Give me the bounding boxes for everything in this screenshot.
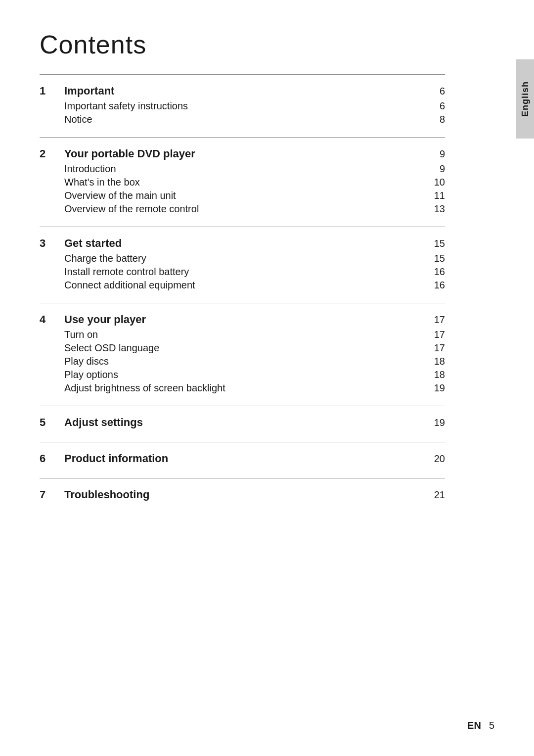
subsection-title-3-0: Charge the battery xyxy=(64,253,430,264)
subsection-title-4-0: Turn on xyxy=(64,329,430,340)
section-page-7: 21 xyxy=(430,489,445,501)
section-number-1: 1 xyxy=(40,85,64,97)
subsection-row-4-4: Adjust brightness of screen backlight19 xyxy=(40,382,445,394)
section-row-1: 1Important6 xyxy=(40,85,445,97)
subsection-page-4-4: 19 xyxy=(430,382,445,394)
section-title-2: Your portable DVD player xyxy=(64,147,430,160)
subsection-row-2-0: Introduction9 xyxy=(40,163,445,175)
section-title-4: Use your player xyxy=(64,313,430,326)
subsection-row-2-1: What's in the box10 xyxy=(40,177,445,188)
subsection-page-4-2: 18 xyxy=(430,356,445,367)
subsection-page-1-1: 8 xyxy=(430,114,445,125)
section-row-6: 6Product information20 xyxy=(40,452,445,465)
section-number-7: 7 xyxy=(40,488,64,501)
footer: EN 5 xyxy=(467,720,494,731)
subsection-row-1-1: Notice8 xyxy=(40,114,445,125)
subsection-title-1-0: Important safety instructions xyxy=(64,100,430,112)
toc-section-6: 6Product information20 xyxy=(40,442,445,478)
subsection-page-2-0: 9 xyxy=(430,163,445,175)
section-row-4: 4Use your player17 xyxy=(40,313,445,326)
section-number-2: 2 xyxy=(40,147,64,160)
subsection-page-1-0: 6 xyxy=(430,100,445,112)
subsection-row-2-3: Overview of the remote control13 xyxy=(40,203,445,215)
toc-section-2: 2Your portable DVD player9Introduction9W… xyxy=(40,137,445,227)
subsection-row-3-2: Connect additional equipment16 xyxy=(40,280,445,291)
subsection-page-3-1: 16 xyxy=(430,266,445,278)
section-page-4: 17 xyxy=(430,314,445,326)
subsection-title-4-3: Play options xyxy=(64,369,430,380)
toc-section-1: 1Important6Important safety instructions… xyxy=(40,74,445,137)
toc-section-7: 7Troubleshooting21 xyxy=(40,478,445,514)
subsection-title-2-1: What's in the box xyxy=(64,177,430,188)
subsection-page-2-2: 11 xyxy=(430,190,445,201)
subsection-title-2-0: Introduction xyxy=(64,163,430,175)
subsection-page-3-2: 16 xyxy=(430,280,445,291)
footer-lang: EN xyxy=(467,720,481,731)
subsection-title-1-1: Notice xyxy=(64,114,430,125)
toc-section-5: 5Adjust settings19 xyxy=(40,406,445,442)
section-number-5: 5 xyxy=(40,416,64,429)
section-page-6: 20 xyxy=(430,453,445,465)
subsection-page-4-1: 17 xyxy=(430,342,445,354)
subsection-title-2-2: Overview of the main unit xyxy=(64,190,430,201)
toc-section-3: 3Get started15Charge the battery15Instal… xyxy=(40,227,445,303)
section-number-6: 6 xyxy=(40,452,64,465)
main-content: Contents 1Important6Important safety ins… xyxy=(0,0,485,544)
subsection-row-4-0: Turn on17 xyxy=(40,329,445,340)
subsection-row-1-0: Important safety instructions6 xyxy=(40,100,445,112)
side-tab: English xyxy=(516,59,534,139)
section-page-3: 15 xyxy=(430,238,445,249)
page-title: Contents xyxy=(40,30,445,59)
section-title-1: Important xyxy=(64,85,430,97)
section-row-7: 7Troubleshooting21 xyxy=(40,488,445,501)
subsection-row-3-0: Charge the battery15 xyxy=(40,253,445,264)
section-number-4: 4 xyxy=(40,313,64,326)
subsection-page-3-0: 15 xyxy=(430,253,445,264)
footer-page-number: 5 xyxy=(489,720,494,731)
subsection-title-2-3: Overview of the remote control xyxy=(64,203,430,215)
subsection-page-4-0: 17 xyxy=(430,329,445,340)
toc-container: 1Important6Important safety instructions… xyxy=(40,74,445,514)
subsection-row-4-1: Select OSD language17 xyxy=(40,342,445,354)
subsection-title-3-2: Connect additional equipment xyxy=(64,280,430,291)
subsection-page-4-3: 18 xyxy=(430,369,445,380)
subsection-title-4-4: Adjust brightness of screen backlight xyxy=(64,382,430,394)
subsection-row-2-2: Overview of the main unit11 xyxy=(40,190,445,201)
subsection-title-3-1: Install remote control battery xyxy=(64,266,430,278)
side-tab-label: English xyxy=(520,81,531,117)
subsection-row-4-2: Play discs18 xyxy=(40,356,445,367)
section-page-2: 9 xyxy=(430,148,445,160)
page-container: English Contents 1Important6Important sa… xyxy=(0,0,534,756)
section-page-5: 19 xyxy=(430,417,445,428)
section-page-1: 6 xyxy=(430,86,445,97)
section-title-6: Product information xyxy=(64,452,430,465)
section-title-5: Adjust settings xyxy=(64,416,430,429)
section-row-2: 2Your portable DVD player9 xyxy=(40,147,445,160)
subsection-title-4-1: Select OSD language xyxy=(64,342,430,354)
section-title-3: Get started xyxy=(64,237,430,250)
subsection-row-3-1: Install remote control battery16 xyxy=(40,266,445,278)
section-number-3: 3 xyxy=(40,237,64,250)
toc-section-4: 4Use your player17Turn on17Select OSD la… xyxy=(40,303,445,406)
subsection-title-4-2: Play discs xyxy=(64,356,430,367)
section-title-7: Troubleshooting xyxy=(64,488,430,501)
subsection-row-4-3: Play options18 xyxy=(40,369,445,380)
subsection-page-2-3: 13 xyxy=(430,203,445,215)
section-row-5: 5Adjust settings19 xyxy=(40,416,445,429)
section-row-3: 3Get started15 xyxy=(40,237,445,250)
subsection-page-2-1: 10 xyxy=(430,177,445,188)
